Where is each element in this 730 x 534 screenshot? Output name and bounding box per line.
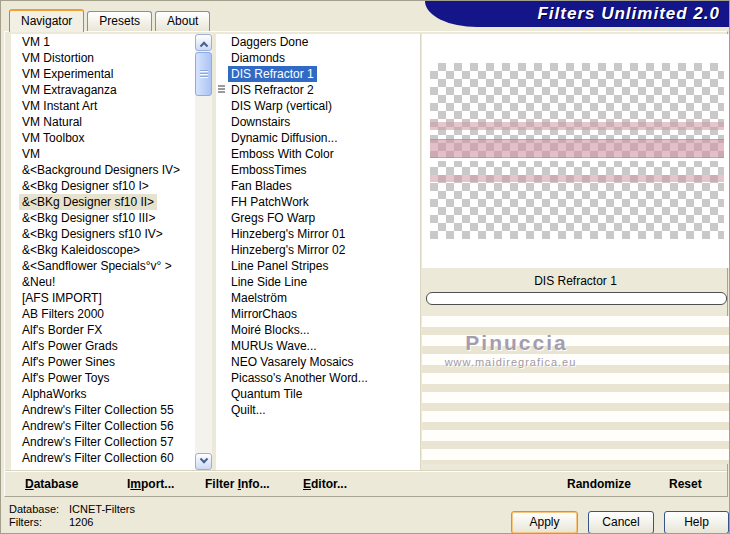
category-item[interactable]: VM Instant Art bbox=[11, 98, 195, 114]
category-item[interactable]: Andrew's Filter Collection 60 bbox=[11, 450, 195, 466]
selected-filter-name: DIS Refractor 1 bbox=[422, 274, 729, 288]
filter-item[interactable]: Line Side Line bbox=[216, 274, 420, 290]
filter-item[interactable]: Quilt... bbox=[216, 402, 420, 418]
preview-image bbox=[430, 63, 724, 239]
category-label: Alf's Power Grads bbox=[19, 338, 121, 354]
filter-item[interactable]: Fan Blades bbox=[216, 178, 420, 194]
filter-label: Emboss With Color bbox=[228, 146, 337, 162]
filter-item[interactable]: DIS Refractor 1 bbox=[216, 66, 420, 82]
category-item[interactable]: &Neu! bbox=[11, 274, 195, 290]
filter-info-button[interactable]: Filter Info... bbox=[205, 477, 270, 491]
filter-label: FH PatchWork bbox=[228, 194, 312, 210]
category-item[interactable]: &<BKg Designer sf10 II> bbox=[11, 194, 195, 210]
filter-list: Daggers Done Diamonds DIS Refractor 1 DI… bbox=[216, 34, 421, 470]
cancel-button[interactable]: Cancel bbox=[588, 511, 654, 534]
filter-item[interactable]: EmbossTimes bbox=[216, 162, 420, 178]
category-item[interactable]: &<Bkg Designer sf10 I> bbox=[11, 178, 195, 194]
category-item[interactable]: &<Bkg Designer sf10 III> bbox=[11, 210, 195, 226]
apply-button[interactable]: Apply bbox=[511, 511, 578, 534]
scroll-down-button[interactable] bbox=[195, 453, 212, 470]
filter-item[interactable]: MURUs Wave... bbox=[216, 338, 420, 354]
category-item[interactable]: Alf's Power Toys bbox=[11, 370, 195, 386]
filter-label: Hinzeberg's Mirror 01 bbox=[228, 226, 348, 242]
filter-item[interactable]: Downstairs bbox=[216, 114, 420, 130]
parameter-slider[interactable] bbox=[426, 292, 727, 305]
category-item[interactable]: AB Filters 2000 bbox=[11, 306, 195, 322]
filter-label: Quilt... bbox=[228, 402, 269, 418]
filter-item[interactable]: Quantum Tile bbox=[216, 386, 420, 402]
category-item[interactable]: Alf's Border FX bbox=[11, 322, 195, 338]
label-part: atabase bbox=[34, 477, 79, 491]
filter-item[interactable]: Diamonds bbox=[216, 50, 420, 66]
category-label: VM Toolbox bbox=[19, 130, 87, 146]
category-scrollbar[interactable] bbox=[195, 34, 212, 470]
category-item[interactable]: Alf's Power Grads bbox=[11, 338, 195, 354]
label-part: nfo... bbox=[241, 477, 270, 491]
import-button[interactable]: Import... bbox=[127, 477, 174, 491]
category-label: AlphaWorks bbox=[19, 386, 89, 402]
category-item[interactable]: Andrew's Filter Collection 55 bbox=[11, 402, 195, 418]
navigator-panel: VM 1 VM Distortion VM Experimental VM Ex… bbox=[4, 31, 728, 497]
category-item[interactable]: VM Experimental bbox=[11, 66, 195, 82]
filter-item[interactable]: Emboss With Color bbox=[216, 146, 420, 162]
watermark-title: Pinuccia bbox=[434, 331, 599, 355]
category-label: VM Instant Art bbox=[19, 98, 100, 114]
randomize-button[interactable]: Randomize bbox=[567, 477, 631, 491]
tab-about[interactable]: About bbox=[155, 11, 210, 31]
filter-label: EmbossTimes bbox=[228, 162, 310, 178]
category-item[interactable]: VM 1 bbox=[11, 34, 195, 50]
category-item[interactable]: VM Natural bbox=[11, 114, 195, 130]
tab-navigator[interactable]: Navigator bbox=[9, 9, 84, 32]
category-label: VM Natural bbox=[19, 114, 85, 130]
reset-button[interactable]: Reset bbox=[669, 477, 702, 491]
category-item[interactable]: &<Bkg Kaleidoscope> bbox=[11, 242, 195, 258]
category-label: &<Bkg Designers sf10 IV> bbox=[19, 226, 166, 242]
category-label: VM Distortion bbox=[19, 50, 97, 66]
access-key: m bbox=[130, 477, 141, 491]
database-button[interactable]: Database bbox=[25, 477, 78, 491]
scrollbar-thumb[interactable] bbox=[195, 52, 212, 96]
filter-item[interactable]: Moiré Blocks... bbox=[216, 322, 420, 338]
filter-item[interactable]: Picasso's Another Word... bbox=[216, 370, 420, 386]
filter-label: Quantum Tile bbox=[228, 386, 305, 402]
category-item[interactable]: VM Distortion bbox=[11, 50, 195, 66]
filter-item[interactable]: Hinzeberg's Mirror 01 bbox=[216, 226, 420, 242]
help-button[interactable]: Help bbox=[664, 511, 729, 534]
filter-item[interactable]: DIS Warp (vertical) bbox=[216, 98, 420, 114]
category-item[interactable]: AlphaWorks bbox=[11, 386, 195, 402]
filter-item[interactable]: Dynamic Diffusion... bbox=[216, 130, 420, 146]
tab-presets[interactable]: Presets bbox=[87, 11, 152, 31]
filter-item[interactable]: Daggers Done bbox=[216, 34, 420, 50]
filter-label: Line Panel Stripes bbox=[228, 258, 331, 274]
filter-item[interactable]: Line Panel Stripes bbox=[216, 258, 420, 274]
category-item[interactable]: Alf's Power Sines bbox=[11, 354, 195, 370]
filter-item[interactable]: NEO Vasarely Mosaics bbox=[216, 354, 420, 370]
category-item[interactable]: VM Toolbox bbox=[11, 130, 195, 146]
editor-button[interactable]: Editor... bbox=[303, 477, 347, 491]
grip-icon bbox=[218, 85, 225, 95]
category-item[interactable]: &<Sandflower Specials°v° > bbox=[11, 258, 195, 274]
category-item[interactable]: [AFS IMPORT] bbox=[11, 290, 195, 306]
filter-item[interactable]: DIS Refractor 2 bbox=[216, 82, 420, 98]
category-item[interactable]: Andrew's Filter Collection 57 bbox=[11, 434, 195, 450]
category-label: Andrew's Filter Collection 55 bbox=[19, 402, 177, 418]
watermark-url: www.maidiregrafica.eu bbox=[428, 356, 593, 368]
filter-label: Dynamic Diffusion... bbox=[228, 130, 340, 146]
preview-area bbox=[422, 34, 729, 268]
filter-item[interactable]: Hinzeberg's Mirror 02 bbox=[216, 242, 420, 258]
filter-item[interactable]: Maelström bbox=[216, 290, 420, 306]
category-item[interactable]: &<Bkg Designers sf10 IV> bbox=[11, 226, 195, 242]
category-label: Andrew's Filter Collection 56 bbox=[19, 418, 177, 434]
bottom-toolbar: Database Import... Filter Info... Editor… bbox=[5, 470, 727, 497]
filter-item[interactable]: MirrorChaos bbox=[216, 306, 420, 322]
category-item[interactable]: &<Background Designers IV> bbox=[11, 162, 195, 178]
filter-item[interactable]: Gregs FO Warp bbox=[216, 210, 420, 226]
filter-item[interactable]: FH PatchWork bbox=[216, 194, 420, 210]
filter-label: Line Side Line bbox=[228, 274, 310, 290]
category-item[interactable]: VM Extravaganza bbox=[11, 82, 195, 98]
category-label: &<Background Designers IV> bbox=[19, 162, 183, 178]
category-item[interactable]: VM bbox=[11, 146, 195, 162]
category-item[interactable]: Andrew's Filter Collection 56 bbox=[11, 418, 195, 434]
category-label: Alf's Border FX bbox=[19, 322, 105, 338]
scroll-up-button[interactable] bbox=[195, 34, 212, 51]
